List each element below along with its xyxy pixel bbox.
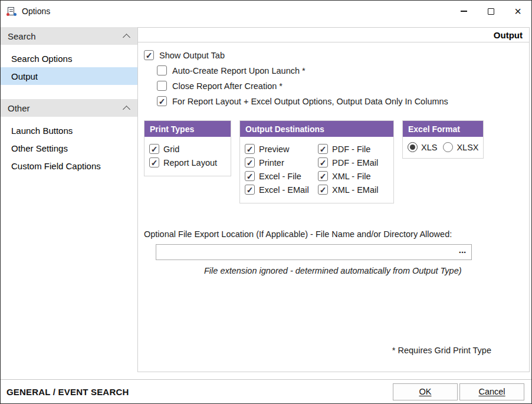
check-icon: ✓ [320,159,327,167]
checkbox-label: Show Output Tab [159,51,225,60]
checkbox-report-layout[interactable]: ✓ Report Layout [149,157,226,167]
excel-format-group: Excel Format XLS XLSX [402,120,484,159]
checkbox-preview[interactable]: ✓ Preview [245,144,318,154]
check-icon: ✓ [146,51,153,60]
checkbox-icon: ✓ [144,50,154,60]
radio-icon [443,142,453,152]
checkbox-xml-file[interactable]: ✓ XML - File [318,171,391,181]
checkbox-label: XML - File [332,172,371,181]
chevron-up-icon [123,34,130,41]
checkbox-pdf-file[interactable]: ✓ PDF - File [318,144,391,154]
checkbox-icon: ✓ [318,185,328,195]
sidebar-item-search-options[interactable]: Search Options [1,50,137,67]
sidebar-section-search[interactable]: Search [1,27,137,45]
sidebar-item-label: Other Settings [11,143,68,153]
export-location-input[interactable] [156,245,454,260]
checkbox-icon: ✓ [245,144,255,154]
sidebar-item-custom-field-captions[interactable]: Custom Field Captions [1,157,137,175]
checkbox-grid[interactable]: ✓ Grid [149,144,226,154]
section-label: Search [8,31,36,41]
checkbox-label: Preview [259,144,290,154]
ok-button[interactable]: OK [393,383,458,400]
checkbox-label: Close Report After Creation * [172,81,283,91]
checkbox-icon: ✓ [157,81,167,91]
radio-label: XLS [421,143,437,152]
maximize-button[interactable] [477,1,504,22]
check-icon: ✓ [151,145,158,153]
radio-xlsx[interactable]: XLSX [443,142,478,152]
group-title: Excel Format [403,121,483,137]
close-button[interactable]: × [504,1,531,22]
checkbox-label: For Report Layout + Excel Output Options… [172,97,448,106]
checkbox-output-data-only-in-columns[interactable]: ✓ For Report Layout + Excel Output Optio… [157,96,522,106]
checkbox-icon: ✓ [149,157,159,167]
checkbox-label: Excel - File [259,172,301,181]
check-icon: ✓ [320,145,327,153]
sidebar-item-label: Output [11,71,38,81]
check-icon: ✓ [320,186,327,194]
radio-label: XLSX [457,143,478,152]
check-icon: ✓ [247,186,254,194]
checkbox-label: PDF - File [332,144,370,154]
checkbox-icon: ✓ [245,157,255,167]
check-icon: ✓ [159,97,166,106]
checkbox-icon: ✓ [149,144,159,154]
export-location-field: ... [156,244,472,260]
sidebar-item-label: Search Options [11,54,72,64]
maximize-icon [488,8,494,15]
checkbox-label: Auto-Create Report Upon Launch * [172,66,306,75]
check-icon: ✓ [320,172,327,180]
checkbox-icon: ✓ [245,171,255,181]
checkbox-excel-email[interactable]: ✓ Excel - EMail [245,185,318,195]
panel-title: Output [494,30,523,40]
chevron-up-icon [123,106,130,113]
checkbox-label: PDF - EMail [332,158,378,167]
check-icon: ✓ [247,159,254,167]
sidebar-item-other-settings[interactable]: Other Settings [1,139,137,157]
sidebar: Search Search Options Output Other Launc… [1,22,137,379]
export-note: File extension ignored - determined auto… [204,266,522,275]
checkbox-icon: ✓ [157,96,167,106]
checkbox-label: Report Layout [163,158,217,167]
sidebar-item-label: Launch Buttons [11,126,73,136]
checkbox-show-output-tab[interactable]: ✓ Show Output Tab [144,50,522,60]
checkbox-icon: ✓ [245,185,255,195]
sidebar-section-other[interactable]: Other [1,99,137,117]
radio-xls[interactable]: XLS [408,142,437,152]
checkbox-excel-file[interactable]: ✓ Excel - File [245,171,318,181]
options-dialog: Options × Search Search Options Output [0,0,532,404]
checkbox-close-report-after-creation[interactable]: ✓ Close Report After Creation * [157,81,522,91]
app-icon [6,6,17,17]
status-text: GENERAL / EVENT SEARCH [6,387,129,397]
radio-icon [408,142,418,152]
checkbox-pdf-email[interactable]: ✓ PDF - EMail [318,157,391,167]
check-icon: ✓ [247,145,254,153]
check-icon: ✓ [247,172,254,180]
checkbox-icon: ✓ [318,171,328,181]
checkbox-label: Excel - EMail [259,185,309,195]
group-title: Output Destinations [240,121,393,137]
checkbox-printer[interactable]: ✓ Printer [245,157,318,167]
checkbox-xml-email[interactable]: ✓ XML - EMail [318,185,391,195]
checkbox-label: Printer [259,158,284,167]
checkbox-auto-create-report[interactable]: ✓ Auto-Create Report Upon Launch * [157,65,522,75]
checkbox-icon: ✓ [318,144,328,154]
window-title: Options [22,6,50,16]
export-location-label: Optional File Export Location (If Applic… [144,229,522,239]
sidebar-item-output[interactable]: Output [1,67,137,85]
cancel-button[interactable]: Cancel [459,383,524,400]
checkbox-label: XML - EMail [332,185,378,195]
output-destinations-group: Output Destinations ✓ Preview ✓ Printer [239,120,394,203]
minimize-button[interactable] [450,1,477,22]
browse-button[interactable]: ... [454,245,471,260]
output-panel: Output ✓ Show Output Tab ✓ Auto-Create R… [137,27,530,372]
section-label: Other [8,103,30,113]
titlebar: Options × [1,1,531,22]
footer: GENERAL / EVENT SEARCH OK Cancel [1,379,531,403]
group-title: Print Types [145,121,231,137]
checkbox-label: Grid [163,144,179,154]
sidebar-item-launch-buttons[interactable]: Launch Buttons [1,121,137,139]
grid-print-type-footnote: * Requires Grid Print Type [392,346,491,355]
print-types-group: Print Types ✓ Grid ✓ Report Layout [144,120,231,176]
checkbox-icon: ✓ [318,157,328,167]
